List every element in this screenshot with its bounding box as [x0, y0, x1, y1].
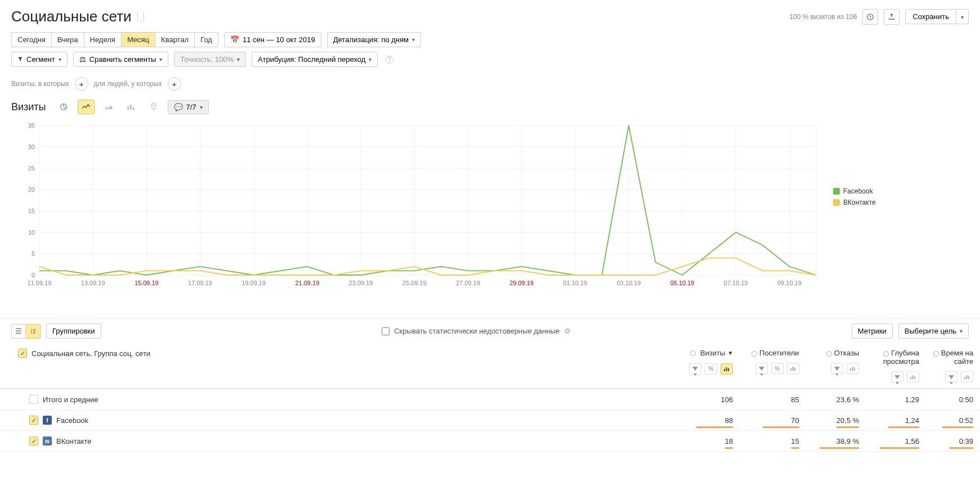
period-today[interactable]: Сегодня	[11, 32, 52, 47]
cell-time: 0:50	[926, 389, 980, 410]
cell-depth: 1,24	[905, 416, 919, 425]
filter-icon[interactable]	[945, 371, 957, 382]
svg-rect-2	[127, 106, 129, 110]
tree-view-icon[interactable]	[26, 324, 41, 339]
export-icon[interactable]	[884, 9, 900, 25]
svg-rect-64	[914, 376, 915, 380]
row-checkbox[interactable]	[29, 395, 38, 404]
date-range-label: 11 сен — 10 окт 2019	[243, 35, 315, 44]
attribution-button[interactable]: Атрибуция: Последний переход ▾	[252, 52, 378, 67]
svg-rect-4	[132, 107, 134, 110]
date-range-button[interactable]: 📅 11 сен — 10 окт 2019	[224, 32, 321, 47]
line-view-icon[interactable]	[78, 100, 95, 114]
cell-visitors: 85	[740, 389, 806, 410]
area-view-icon[interactable]	[100, 100, 117, 114]
row-label: Facebook	[56, 416, 88, 425]
svg-rect-54	[726, 367, 727, 371]
compare-segments-button[interactable]: ⚖ Сравнить сегменты ▾	[73, 52, 169, 67]
svg-rect-62	[910, 377, 911, 379]
svg-text:21.09.19: 21.09.19	[295, 280, 319, 286]
gear-icon[interactable]: ⚙	[564, 327, 571, 335]
row-label: Итого и средние	[43, 395, 98, 404]
row-checkbox[interactable]: ✓	[29, 436, 38, 446]
col-bounces[interactable]: Отказы	[834, 349, 859, 357]
bar-view-icon[interactable]	[123, 100, 140, 114]
cell-depth: 1,29	[866, 389, 926, 410]
row-label: ВКонтакте	[56, 437, 92, 446]
table-row-vkontakte[interactable]: ✓wВКонтакте 18 15 38,9 % 1,56 0:39	[0, 431, 980, 452]
period-week[interactable]: Неделя	[84, 32, 122, 47]
history-icon[interactable]	[862, 9, 878, 25]
svg-rect-59	[850, 368, 851, 371]
add-people-filter[interactable]: +	[168, 77, 181, 91]
detail-button[interactable]: Детализация: по дням ▾	[327, 32, 421, 47]
col-depth[interactable]: Глубина просмотра	[883, 349, 919, 366]
filter-people-label: для людей, у которых	[94, 80, 162, 88]
filter-icon[interactable]	[831, 363, 843, 374]
col-time[interactable]: Время на сайте	[941, 349, 973, 366]
page-title: Социальные сети	[11, 8, 132, 25]
metrics-button[interactable]: Метрики	[852, 323, 893, 339]
dimension-checkbox[interactable]: ✓	[18, 349, 27, 358]
cell-depth: 1,56	[905, 437, 919, 446]
svg-text:01.10.19: 01.10.19	[563, 280, 587, 286]
visits-summary: 100 % визитов из 106	[789, 13, 857, 21]
series-count-label: 7/7	[186, 103, 196, 111]
bars-icon[interactable]	[847, 363, 859, 374]
groupings-button[interactable]: Группировки	[46, 323, 101, 339]
choose-goal-label: Выберите цель	[905, 327, 956, 335]
bookmark-icon[interactable]	[137, 12, 144, 21]
cell-time: 0:39	[959, 437, 973, 446]
period-month[interactable]: Месяц	[122, 32, 155, 47]
cell-visits: 88	[725, 416, 733, 425]
table-row-facebook[interactable]: ✓fFacebook 88 70 20,5 % 1,24 0:52	[0, 410, 980, 431]
list-view-icon[interactable]: ☰	[11, 324, 26, 339]
svg-rect-66	[966, 375, 968, 379]
add-visits-filter[interactable]: +	[75, 77, 88, 91]
percent-icon[interactable]: %	[771, 363, 784, 374]
svg-text:03.10.19: 03.10.19	[616, 280, 641, 286]
period-toolbar: Сегодня Вчера Неделя Месяц Квартал Год 📅…	[0, 30, 980, 50]
metric-row: Визиты 💬 7/7 ▾	[0, 94, 980, 118]
calendar-icon: 📅	[230, 35, 239, 44]
detail-label: Детализация: по дням	[333, 35, 409, 44]
bars-icon[interactable]	[907, 371, 919, 382]
series-count-button[interactable]: 💬 7/7 ▾	[168, 100, 209, 114]
svg-text:35: 35	[28, 122, 35, 129]
percent-icon[interactable]: %	[705, 363, 717, 375]
accuracy-label: Точность: 100%	[180, 55, 234, 64]
pie-view-icon[interactable]	[55, 100, 72, 114]
bars-icon[interactable]	[721, 363, 733, 375]
help-icon[interactable]: ?	[386, 56, 393, 64]
svg-point-5	[153, 105, 154, 106]
hide-unreliable-checkbox[interactable]	[382, 327, 390, 335]
period-group: Сегодня Вчера Неделя Месяц Квартал Год	[11, 32, 218, 47]
map-view-icon[interactable]	[145, 100, 162, 114]
row-checkbox[interactable]: ✓	[29, 416, 38, 425]
accuracy-button[interactable]: Точность: 100% ▾	[174, 52, 246, 67]
col-visits[interactable]: Визиты	[700, 349, 725, 357]
period-yesterday[interactable]: Вчера	[52, 32, 84, 47]
segment-toolbar: Сегмент ▾ ⚖ Сравнить сегменты ▾ Точность…	[0, 50, 980, 69]
save-button[interactable]: Сохранить	[905, 9, 956, 24]
svg-text:09.10.19: 09.10.19	[777, 280, 802, 286]
svg-text:29.09.19: 29.09.19	[509, 280, 534, 286]
legend-vkontakte[interactable]: ВКонтакте	[833, 199, 969, 206]
cell-visits: 106	[678, 389, 740, 410]
period-year[interactable]: Год	[195, 32, 218, 47]
filter-icon[interactable]	[755, 363, 768, 374]
col-visitors[interactable]: Посетители	[759, 349, 799, 357]
filter-icon[interactable]	[891, 371, 903, 382]
legend-swatch	[833, 199, 840, 206]
svg-text:11.09.19: 11.09.19	[28, 280, 52, 286]
choose-goal-button[interactable]: Выберите цель ▾	[898, 323, 969, 339]
save-dropdown[interactable]: ▾	[956, 9, 969, 24]
period-quarter[interactable]: Квартал	[155, 32, 195, 47]
bars-icon[interactable]	[961, 371, 973, 382]
legend-facebook[interactable]: Facebook	[833, 187, 969, 195]
bars-icon[interactable]	[787, 363, 799, 374]
segment-button[interactable]: Сегмент ▾	[11, 52, 68, 67]
table-row-total: Итого и средние 106 85 23,6 % 1,29 0:50	[0, 389, 980, 410]
svg-text:15.09.19: 15.09.19	[135, 280, 159, 286]
filter-icon[interactable]	[689, 363, 701, 375]
